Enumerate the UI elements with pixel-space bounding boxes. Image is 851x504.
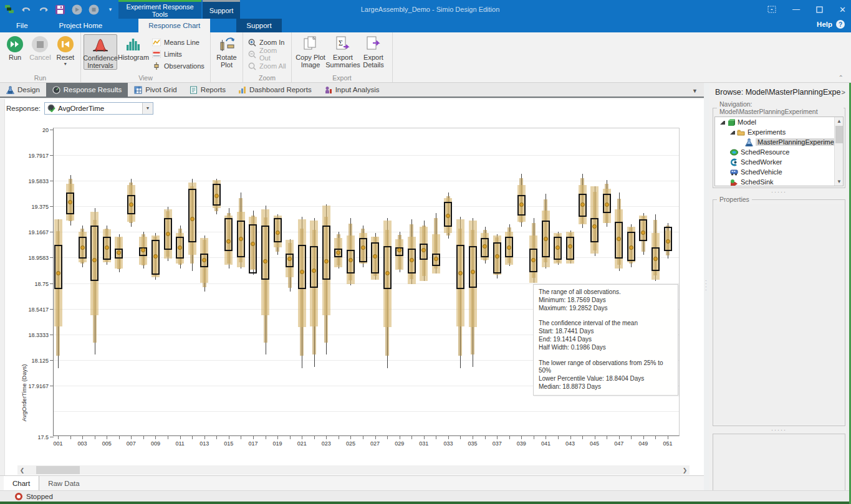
y-axis-tick-label: 18.125 [11, 358, 49, 364]
ribbon-collapse-icon[interactable]: ⌃ [839, 74, 844, 81]
x-axis-tick [143, 436, 144, 439]
x-axis-tick [266, 436, 266, 439]
ribbon-group-run-label: Run [0, 74, 80, 82]
x-axis-tick [180, 436, 181, 439]
tab-file[interactable]: File [6, 19, 38, 32]
navigation-tree[interactable]: Model Experiments MasterPlanningExperime… [714, 116, 844, 186]
tab-chart[interactable]: Chart [0, 476, 39, 490]
y-axis-tick [50, 309, 54, 310]
reset-button-label: Reset [56, 54, 74, 61]
scrollbar-thumb[interactable] [36, 466, 80, 474]
rotate-plot-button[interactable]: Rotate Plot [213, 34, 240, 69]
tree-item-schedresource[interactable]: SchedResource [715, 147, 843, 157]
y-axis-title: AvgOrderTime (Days) [21, 353, 27, 434]
x-axis-tick-label: 041 [537, 440, 554, 447]
resource-icon [730, 148, 738, 156]
redo-icon[interactable] [37, 4, 49, 15]
undo-icon[interactable] [21, 4, 32, 15]
tree-item-masterplanningexperiment[interactable]: MasterPlanningExperiment [715, 137, 843, 147]
tab-project-home[interactable]: Project Home [49, 19, 113, 32]
tree-item-experiments[interactable]: Experiments [715, 127, 843, 137]
x-axis-tick-label: 031 [416, 440, 432, 447]
response-combobox[interactable]: AvgOrderTime ▼ [44, 102, 153, 115]
stop-quick-icon[interactable] [88, 4, 99, 15]
copy-plot-image-button[interactable]: Copy Plot Image [294, 34, 327, 69]
tab-design[interactable]: Design [0, 83, 46, 97]
mean-dot [276, 231, 280, 235]
zoom-all-button[interactable]: Zoom All [246, 60, 289, 72]
left-gutter [0, 99, 5, 490]
export-details-button[interactable]: Export Details [359, 34, 388, 69]
y-axis-tick-label: 17.5 [11, 434, 49, 440]
confidence-intervals-button[interactable]: Confidence Intervals [84, 34, 117, 70]
y-axis-tick-label: 17.9167 [11, 383, 49, 389]
histogram-button[interactable]: Histogram [117, 34, 150, 61]
run-quick-icon[interactable] [71, 4, 82, 15]
tree-item-schedvehicle[interactable]: SchedVehicle [715, 167, 843, 177]
tab-support[interactable]: Support [236, 19, 281, 32]
tab-response-chart[interactable]: Response Chart [138, 19, 210, 32]
browse-expand-icon[interactable]: > [842, 88, 845, 96]
scroll-left-icon[interactable]: ❮ [17, 465, 27, 475]
x-axis-tick [411, 436, 412, 439]
tree-scrollbar-thumb[interactable] [835, 126, 843, 143]
x-axis-tick-label: 039 [513, 440, 529, 447]
tree-item-schedworker[interactable]: SchedWorker [715, 157, 843, 167]
close-icon[interactable]: ✕ [839, 5, 846, 14]
confidence-interval-box [383, 246, 392, 289]
help-icon[interactable]: ? [836, 20, 845, 29]
reset-button[interactable]: Reset ▾ [53, 34, 78, 66]
horizontal-splitter[interactable]: ····· [709, 427, 849, 432]
expander-icon[interactable] [720, 120, 725, 125]
tabstrip-overflow-caret-icon[interactable]: ▼ [692, 88, 698, 94]
help-label[interactable]: Help [817, 21, 832, 28]
mean-dot [385, 271, 390, 275]
ribbon-display-options-icon[interactable] [767, 6, 776, 13]
mean-dot [471, 270, 475, 274]
reset-dropdown-caret-icon[interactable]: ▾ [64, 62, 67, 66]
tree-item-model[interactable]: Model [715, 117, 843, 127]
x-axis-tick [460, 436, 461, 439]
tab-raw-data[interactable]: Raw Data [39, 476, 89, 490]
scroll-right-icon[interactable]: ❯ [680, 465, 690, 475]
export-summaries-label: Export Summaries [325, 54, 360, 69]
save-icon[interactable] [54, 4, 65, 15]
x-axis-tick [58, 436, 59, 439]
minimize-icon[interactable]: — [792, 5, 800, 14]
scroll-down-icon[interactable]: ▼ [835, 178, 844, 186]
tab-response-results[interactable]: Response Results [46, 83, 128, 97]
means-line-toggle[interactable]: Means Line [150, 37, 207, 48]
tree-scrollbar[interactable]: ▲ ▼ [834, 117, 843, 186]
browse-header: Browse: Model\MasterPlanningExpe [715, 88, 841, 97]
run-button[interactable]: Run [2, 34, 27, 61]
tree-item-schedsink[interactable]: SchedSink [715, 177, 843, 186]
tab-dashboard-reports[interactable]: Dashboard Reports [232, 83, 318, 97]
limits-toggle[interactable]: Limits [150, 49, 207, 60]
response-combobox-dropdown-icon[interactable]: ▼ [142, 103, 153, 114]
mean-dot [531, 258, 536, 262]
x-axis-tick-label: 019 [269, 440, 286, 447]
chart-horizontal-scrollbar[interactable]: ❮ ❯ [17, 465, 690, 475]
maximize-icon[interactable] [816, 6, 823, 13]
simio-logo-icon [4, 4, 15, 15]
qat-customize-caret-icon[interactable]: ▾ [105, 4, 116, 15]
mean-dot [495, 254, 499, 259]
mean-dot [166, 232, 170, 236]
horizontal-splitter[interactable]: ····· [709, 189, 849, 194]
x-axis-tick [643, 436, 644, 439]
confidence-interval-box [322, 226, 330, 280]
vertical-splitter[interactable]: ···· [704, 83, 709, 490]
expander-icon[interactable] [730, 130, 735, 135]
properties-body [714, 204, 844, 424]
observations-toggle[interactable]: Observations [150, 60, 207, 72]
tab-reports[interactable]: Reports [183, 83, 232, 97]
cancel-button[interactable]: Cancel [27, 34, 52, 61]
x-axis-tick [363, 436, 363, 439]
zoom-out-button[interactable]: Zoom Out [246, 49, 289, 60]
tab-pivot-grid[interactable]: Pivot Grid [128, 83, 183, 97]
tab-input-analysis[interactable]: Input Analysis [318, 83, 386, 97]
quick-access-toolbar: ▾ [4, 2, 116, 17]
scroll-up-icon[interactable]: ▲ [835, 117, 844, 125]
export-summaries-button[interactable]: Σ Export Summaries [327, 34, 359, 69]
x-axis-tick [70, 436, 71, 439]
